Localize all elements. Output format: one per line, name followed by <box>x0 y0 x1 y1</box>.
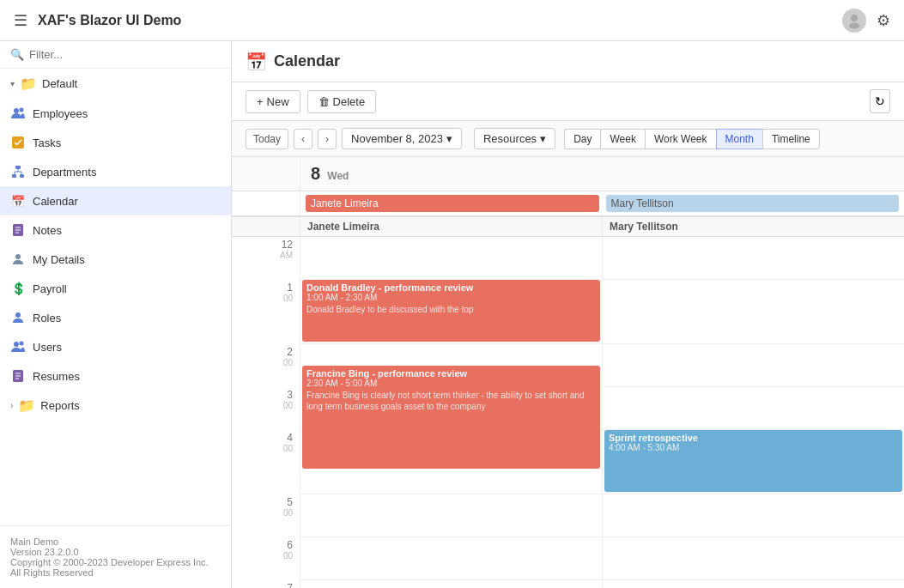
sidebar-item-calendar[interactable]: 📅 Calendar <box>0 186 231 215</box>
sidebar-item-employees[interactable]: Employees <box>0 99 231 128</box>
svg-rect-7 <box>20 174 24 178</box>
time-slot-6am: 6 00 <box>232 537 904 580</box>
reports-folder-icon: 📁 <box>18 397 35 414</box>
all-day-event-janete-label: Janete Limeira <box>311 197 379 209</box>
view-week-button[interactable]: Week <box>600 129 644 149</box>
user-avatar[interactable] <box>842 9 866 33</box>
resources-button[interactable]: Resources ▾ <box>474 128 555 149</box>
event-sprint-retro[interactable]: Sprint retrospective 4:00 AM - 5:30 AM <box>604 430 902 492</box>
event-donald-time: 1:00 AM - 2:30 AM <box>306 293 596 302</box>
menu-icon[interactable]: ☰ <box>14 11 27 30</box>
time-cell-2am-0[interactable]: Francine Bing - performance review 2:30 … <box>300 344 603 387</box>
view-timeline-button[interactable]: Timeline <box>762 129 820 149</box>
all-day-event-janete[interactable]: Janete Limeira <box>306 195 599 212</box>
svg-point-3 <box>20 108 24 112</box>
time-spacer <box>232 157 300 191</box>
sidebar-item-label-payroll: Payroll <box>33 282 67 295</box>
svg-point-9 <box>15 254 21 259</box>
day-number: 8 <box>311 164 320 183</box>
sidebar-item-label-my-details: My Details <box>33 253 85 266</box>
svg-point-1 <box>849 22 859 28</box>
users-icon <box>10 339 26 355</box>
event-francine-desc: Francine Bing is clearly not short term … <box>306 390 596 412</box>
current-date: November 8, 2023 <box>351 132 443 145</box>
sidebar-group-reports[interactable]: › 📁 Reports <box>0 391 231 421</box>
time-cells-1am: Donald Bradley - performance review 1:00… <box>300 280 904 344</box>
time-cells-7am <box>300 580 904 588</box>
time-slot-2am: 2 00 Francine Bing - performance review … <box>232 344 904 387</box>
roles-icon <box>10 310 26 325</box>
time-slot-5am: 5 00 <box>232 494 904 537</box>
time-cell-3am-1[interactable] <box>603 387 904 430</box>
sidebar-item-resumes[interactable]: Resumes <box>0 361 231 391</box>
sidebar-item-label-resumes: Resumes <box>33 370 80 383</box>
today-button[interactable]: Today <box>246 129 288 149</box>
filter-input[interactable] <box>29 48 221 61</box>
time-cell-6am-0[interactable] <box>300 537 603 580</box>
resources-label: Resources <box>483 132 537 145</box>
resources-dropdown-icon: ▾ <box>540 132 546 145</box>
time-cell-7am-1[interactable] <box>603 580 904 588</box>
time-cell-1am-0[interactable]: Donald Bradley - performance review 1:00… <box>300 280 603 344</box>
time-cell-2am-1[interactable] <box>603 344 904 387</box>
footer-line4: All Rights Reserved <box>10 567 221 578</box>
sidebar-item-payroll[interactable]: 💲 Payroll <box>0 274 231 303</box>
sidebar-item-my-details[interactable]: My Details <box>0 245 231 274</box>
all-day-event-mary[interactable]: Mary Tellitson <box>606 195 900 212</box>
sidebar-item-label-roles: Roles <box>33 312 61 324</box>
time-cell-12am-1[interactable] <box>603 237 904 280</box>
prev-button[interactable]: ‹ <box>294 129 312 149</box>
calendar-icon: 📅 <box>10 193 26 209</box>
time-cell-6am-1[interactable] <box>603 537 904 580</box>
event-francine-bing[interactable]: Francine Bing - performance review 2:30 … <box>302 366 600 469</box>
svg-point-0 <box>851 15 858 21</box>
time-slot-12am: 12 AM <box>232 237 904 280</box>
sidebar-group-default[interactable]: ▾ 📁 Default <box>0 69 231 99</box>
sidebar-item-notes[interactable]: Notes <box>0 215 231 245</box>
event-sprint-title: Sprint retrospective <box>609 433 898 443</box>
settings-icon[interactable]: ⚙ <box>877 11 890 30</box>
col-header-janete: Janete Limeira <box>300 217 603 236</box>
time-cell-7am-0[interactable] <box>300 580 603 588</box>
event-donald-desc: Donald Bradley to be discussed with the … <box>306 304 596 315</box>
time-label-2am: 2 00 <box>232 344 300 387</box>
delete-button[interactable]: 🗑 Delete <box>307 90 377 113</box>
resumes-icon <box>10 368 26 384</box>
new-label: New <box>267 95 289 108</box>
time-cells-2am: Francine Bing - performance review 2:30 … <box>300 344 904 387</box>
refresh-button[interactable]: ↻ <box>870 89 890 113</box>
time-cells-5am <box>300 494 904 537</box>
page-title: Calendar <box>274 52 340 70</box>
employees-icon <box>10 106 26 121</box>
time-cell-5am-0[interactable] <box>300 494 603 537</box>
all-day-event-mary-label: Mary Tellitson <box>611 197 674 209</box>
date-picker[interactable]: November 8, 2023 ▾ <box>342 128 462 149</box>
sidebar-item-tasks[interactable]: Tasks <box>0 128 231 157</box>
time-grid: 12 AM 1 00 <box>232 237 904 588</box>
calendar-container[interactable]: 8 Wed Janete Limeira Mary Tellitson <box>232 157 904 588</box>
day-header-row: 8 Wed <box>232 157 904 191</box>
sidebar-item-users[interactable]: Users <box>0 332 231 361</box>
sidebar-item-label-calendar: Calendar <box>33 195 78 208</box>
time-cell-4am-1[interactable]: Sprint retrospective 4:00 AM - 5:30 AM <box>603 430 904 494</box>
event-donald-bradley[interactable]: Donald Bradley - performance review 1:00… <box>302 280 600 342</box>
page-header: 📅 Calendar <box>232 41 904 82</box>
new-button[interactable]: + New <box>246 90 300 113</box>
sidebar-item-roles[interactable]: Roles <box>0 303 231 332</box>
tasks-icon <box>10 135 26 150</box>
sidebar-item-departments[interactable]: Departments <box>0 157 231 186</box>
footer-line3: Copyright © 2000-2023 Developer Express … <box>10 557 221 567</box>
view-buttons: Day Week Work Week Month Timeline <box>564 129 820 149</box>
time-cell-1am-1[interactable] <box>603 280 904 344</box>
group-label-default: Default <box>42 77 77 90</box>
view-day-button[interactable]: Day <box>564 129 600 149</box>
time-cell-5am-1[interactable] <box>603 494 904 537</box>
svg-point-11 <box>14 342 19 347</box>
col-header-mary: Mary Tellitson <box>603 217 904 236</box>
view-workweek-button[interactable]: Work Week <box>645 129 716 149</box>
sidebar-item-label-tasks: Tasks <box>33 136 61 149</box>
svg-rect-6 <box>12 174 16 178</box>
next-button[interactable]: › <box>318 129 337 149</box>
view-month-button[interactable]: Month <box>716 129 762 149</box>
time-cell-12am-0[interactable] <box>300 237 603 280</box>
